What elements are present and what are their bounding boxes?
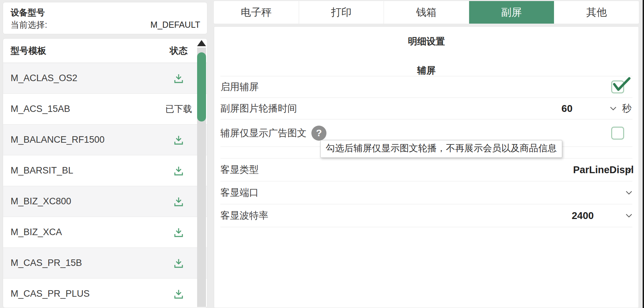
- model-row[interactable]: M_BIZ_XC800: [3, 186, 207, 217]
- scroll-up-arrow-icon[interactable]: [197, 40, 206, 46]
- download-icon[interactable]: [172, 134, 185, 146]
- detail-settings-title: 明细设置: [220, 36, 632, 47]
- select-value-carousel-interval: 60: [524, 103, 610, 114]
- tab-print[interactable]: 打印: [299, 1, 384, 24]
- download-icon[interactable]: [172, 257, 185, 269]
- select-display-baud[interactable]: 2400: [540, 210, 632, 221]
- model-list: M_ACLAS_OS2M_ACS_15AB已下载M_BALANCE_RF1500…: [3, 63, 207, 308]
- current-selection-value: M_DEFAULT: [151, 20, 200, 30]
- model-status-download[interactable]: [153, 257, 204, 269]
- checkbox-ads-only-unchecked[interactable]: [611, 127, 624, 140]
- model-status-download[interactable]: [153, 288, 204, 300]
- download-icon[interactable]: [172, 72, 185, 85]
- model-name: M_BIZ_XCA: [3, 227, 153, 238]
- settings-tabbar: 电子秤打印钱箱副屏其他: [214, 1, 639, 24]
- select-carousel-interval[interactable]: 60秒: [524, 102, 632, 115]
- tab-subscreen[interactable]: 副屏: [469, 1, 554, 24]
- setting-row-display-port: 客显端口: [220, 181, 632, 204]
- chevron-down-icon[interactable]: [610, 106, 617, 111]
- setting-label-enable-subscreen: 启用辅屏: [220, 80, 611, 93]
- model-name: M_BIZ_XC800: [3, 196, 153, 207]
- model-status-downloaded: 已下载: [153, 103, 204, 115]
- status-column-header: 状态: [153, 45, 204, 57]
- model-name: M_ACS_15AB: [3, 104, 153, 114]
- setting-label-display-port: 客显端口: [220, 186, 540, 199]
- setting-row-display-type: 客显类型ParLineDispl: [220, 158, 632, 181]
- setting-label-display-type: 客显类型: [220, 163, 540, 176]
- model-row[interactable]: M_BARSIT_BL: [3, 155, 207, 186]
- model-name: M_ACLAS_OS2: [3, 73, 153, 84]
- select-display-type[interactable]: ParLineDispl: [540, 168, 632, 172]
- download-icon[interactable]: [172, 165, 185, 177]
- setting-label-ads-only: 辅屏仅显示广告图文?: [220, 126, 611, 141]
- scrollbar-thumb[interactable]: [197, 52, 206, 121]
- model-name: M_CAS_PR_PLUS: [3, 288, 153, 299]
- list-scrollbar[interactable]: [197, 40, 206, 307]
- section-title-0: 辅屏: [220, 65, 632, 76]
- tab-scale[interactable]: 电子秤: [214, 1, 299, 24]
- model-name: M_CAS_PR_15B: [3, 258, 153, 268]
- download-icon[interactable]: [172, 226, 185, 239]
- model-status-download[interactable]: [153, 195, 204, 208]
- current-selection-label: 当前选择:: [11, 19, 47, 30]
- model-row[interactable]: M_BIZ_XCA: [3, 217, 207, 248]
- model-row[interactable]: M_ACLAS_OS2: [3, 63, 207, 94]
- checkbox-enable-subscreen-checked[interactable]: [611, 80, 624, 93]
- tab-cashbox[interactable]: 钱箱: [384, 1, 469, 24]
- downloaded-status-text: 已下载: [165, 103, 192, 115]
- model-row[interactable]: M_BALANCE_RF1500: [3, 125, 207, 155]
- model-row[interactable]: M_CAS_PR_15B: [3, 248, 207, 279]
- model-status-download[interactable]: [153, 165, 204, 177]
- model-row[interactable]: M_CAS_PR_PLUS: [3, 279, 207, 308]
- model-status-download[interactable]: [153, 226, 204, 239]
- select-display-port[interactable]: [540, 191, 632, 195]
- download-icon[interactable]: [172, 288, 185, 300]
- model-template-list-card: 型号模板 状态 M_ACLAS_OS2M_ACS_15AB已下载M_BALANC…: [3, 38, 207, 308]
- help-tooltip: 勾选后辅屏仅显示图文轮播，不再展示会员以及商品信息: [320, 140, 562, 158]
- chevron-down-icon[interactable]: [626, 191, 632, 195]
- model-status-download[interactable]: [153, 72, 204, 85]
- setting-label-display-baud: 客显波特率: [220, 209, 540, 222]
- setting-row-carousel-interval: 副屏图片轮播时间60秒: [220, 98, 632, 119]
- model-name: M_BALANCE_RF1500: [3, 134, 153, 145]
- current-selection-row: 当前选择: M_DEFAULT: [11, 19, 200, 30]
- tab-other[interactable]: 其他: [554, 1, 639, 24]
- help-icon[interactable]: ?: [311, 126, 326, 141]
- model-column-header: 型号模板: [3, 45, 153, 57]
- model-status-download[interactable]: [153, 134, 204, 146]
- device-model-title: 设备型号: [11, 7, 200, 18]
- setting-label-carousel-interval: 副屏图片轮播时间: [220, 102, 524, 115]
- model-name: M_BARSIT_BL: [3, 165, 153, 176]
- screen-right-edge: [643, 0, 644, 308]
- model-list-header: 型号模板 状态: [3, 39, 207, 63]
- select-value-display-baud: 2400: [540, 210, 626, 221]
- unit-label: 秒: [622, 102, 632, 115]
- setting-row-display-baud: 客显波特率2400: [220, 204, 632, 227]
- setting-row-enable-subscreen: 启用辅屏: [220, 76, 632, 98]
- download-icon[interactable]: [172, 195, 185, 208]
- settings-panel: 明细设置 辅屏启用辅屏副屏图片轮播时间60秒辅屏仅显示广告图文?LED客显客显类…: [214, 26, 639, 308]
- device-model-card: 设备型号 当前选择: M_DEFAULT: [3, 2, 207, 34]
- model-row[interactable]: M_ACS_15AB已下载: [3, 94, 207, 125]
- chevron-down-icon[interactable]: [626, 214, 632, 218]
